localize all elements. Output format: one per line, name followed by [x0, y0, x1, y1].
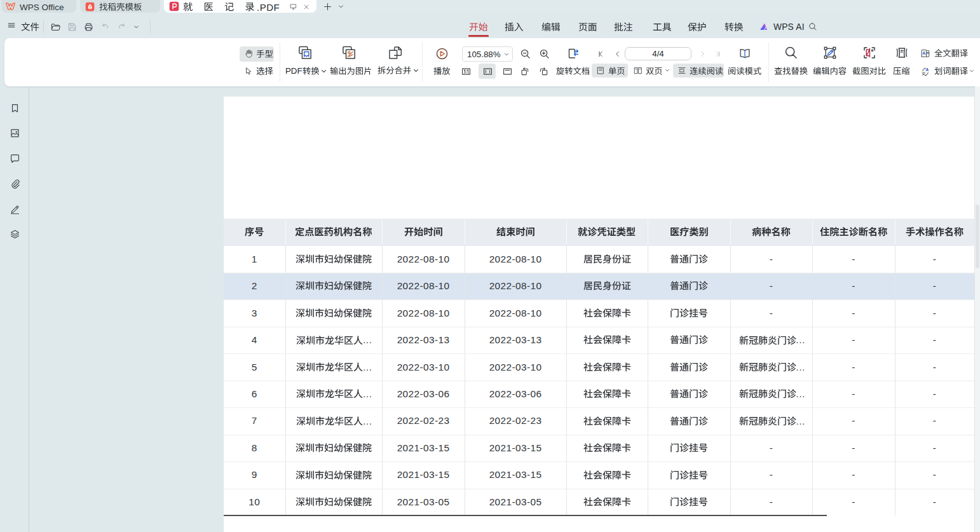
- svg-text:A: A: [926, 67, 929, 72]
- svg-text:A: A: [922, 51, 925, 56]
